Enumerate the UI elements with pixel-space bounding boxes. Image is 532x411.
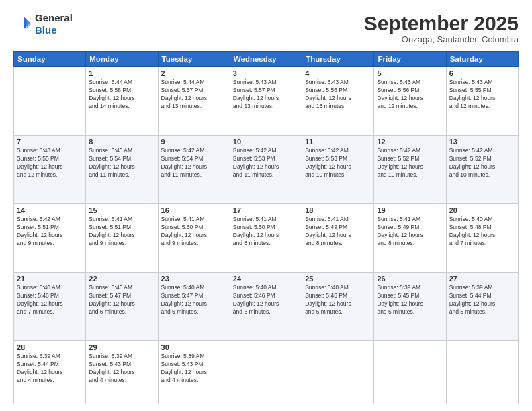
- calendar-cell: 18Sunrise: 5:41 AM Sunset: 5:49 PM Dayli…: [302, 203, 374, 272]
- day-number: 2: [161, 69, 227, 77]
- logo-text-general: General: [35, 12, 73, 24]
- day-number: 22: [89, 275, 154, 283]
- day-number: 5: [377, 69, 443, 77]
- col-header-saturday: Saturday: [446, 52, 518, 67]
- calendar-cell: [230, 340, 302, 404]
- calendar-cell: [14, 67, 86, 136]
- calendar-cell: 9Sunrise: 5:42 AM Sunset: 5:54 PM Daylig…: [158, 135, 230, 203]
- calendar-cell: 26Sunrise: 5:39 AM Sunset: 5:45 PM Dayli…: [374, 272, 446, 340]
- day-number: 9: [161, 138, 227, 146]
- calendar-cell: 24Sunrise: 5:40 AM Sunset: 5:46 PM Dayli…: [230, 272, 302, 340]
- logo-text-blue: Blue: [35, 24, 73, 36]
- day-info: Sunrise: 5:40 AM Sunset: 5:46 PM Dayligh…: [305, 284, 371, 316]
- calendar-cell: 16Sunrise: 5:41 AM Sunset: 5:50 PM Dayli…: [158, 203, 230, 272]
- calendar-cell: [374, 340, 446, 404]
- day-number: 15: [89, 206, 154, 214]
- day-info: Sunrise: 5:40 AM Sunset: 5:47 PM Dayligh…: [161, 284, 227, 316]
- day-info: Sunrise: 5:41 AM Sunset: 5:50 PM Dayligh…: [161, 216, 227, 248]
- day-info: Sunrise: 5:43 AM Sunset: 5:57 PM Dayligh…: [233, 79, 299, 111]
- day-number: 18: [305, 206, 371, 214]
- day-info: Sunrise: 5:42 AM Sunset: 5:54 PM Dayligh…: [161, 147, 227, 179]
- day-info: Sunrise: 5:44 AM Sunset: 5:57 PM Dayligh…: [161, 79, 227, 111]
- day-info: Sunrise: 5:40 AM Sunset: 5:46 PM Dayligh…: [233, 284, 299, 316]
- day-number: 26: [377, 275, 443, 283]
- day-info: Sunrise: 5:43 AM Sunset: 5:55 PM Dayligh…: [17, 147, 83, 179]
- col-header-sunday: Sunday: [14, 52, 86, 67]
- calendar-cell: 22Sunrise: 5:40 AM Sunset: 5:47 PM Dayli…: [86, 272, 158, 340]
- calendar-cell: 2Sunrise: 5:44 AM Sunset: 5:57 PM Daylig…: [158, 67, 230, 136]
- logo-icon: [13, 15, 32, 34]
- col-header-monday: Monday: [86, 52, 158, 67]
- day-number: 30: [161, 343, 227, 351]
- day-number: 24: [233, 275, 299, 283]
- day-number: 20: [449, 206, 515, 214]
- day-number: 23: [161, 275, 227, 283]
- calendar-cell: 6Sunrise: 5:43 AM Sunset: 5:55 PM Daylig…: [446, 67, 518, 136]
- day-number: 13: [449, 138, 515, 146]
- calendar-week-row: 7Sunrise: 5:43 AM Sunset: 5:55 PM Daylig…: [14, 135, 519, 203]
- day-info: Sunrise: 5:39 AM Sunset: 5:44 PM Dayligh…: [449, 284, 515, 316]
- calendar-week-row: 1Sunrise: 5:44 AM Sunset: 5:58 PM Daylig…: [14, 67, 519, 136]
- day-number: 21: [17, 275, 83, 283]
- day-number: 11: [305, 138, 371, 146]
- calendar-cell: 3Sunrise: 5:43 AM Sunset: 5:57 PM Daylig…: [230, 67, 302, 136]
- title-block: September 2025 Onzaga, Santander, Colomb…: [364, 12, 519, 44]
- day-info: Sunrise: 5:43 AM Sunset: 5:55 PM Dayligh…: [449, 79, 515, 111]
- calendar-cell: 20Sunrise: 5:40 AM Sunset: 5:48 PM Dayli…: [446, 203, 518, 272]
- location-subtitle: Onzaga, Santander, Colombia: [364, 34, 519, 44]
- calendar-cell: 29Sunrise: 5:39 AM Sunset: 5:43 PM Dayli…: [86, 340, 158, 404]
- day-info: Sunrise: 5:43 AM Sunset: 5:54 PM Dayligh…: [89, 147, 154, 179]
- day-info: Sunrise: 5:43 AM Sunset: 5:56 PM Dayligh…: [377, 79, 443, 111]
- calendar-cell: 28Sunrise: 5:39 AM Sunset: 5:44 PM Dayli…: [14, 340, 86, 404]
- day-info: Sunrise: 5:39 AM Sunset: 5:43 PM Dayligh…: [161, 353, 227, 385]
- col-header-tuesday: Tuesday: [158, 52, 230, 67]
- calendar-week-row: 14Sunrise: 5:42 AM Sunset: 5:51 PM Dayli…: [14, 203, 519, 272]
- day-info: Sunrise: 5:40 AM Sunset: 5:48 PM Dayligh…: [17, 284, 83, 316]
- day-number: 14: [17, 206, 83, 214]
- day-number: 17: [233, 206, 299, 214]
- day-info: Sunrise: 5:42 AM Sunset: 5:53 PM Dayligh…: [233, 147, 299, 179]
- day-number: 29: [89, 343, 154, 351]
- calendar-cell: 30Sunrise: 5:39 AM Sunset: 5:43 PM Dayli…: [158, 340, 230, 404]
- calendar-cell: [446, 340, 518, 404]
- day-info: Sunrise: 5:41 AM Sunset: 5:50 PM Dayligh…: [233, 216, 299, 248]
- calendar-cell: 14Sunrise: 5:42 AM Sunset: 5:51 PM Dayli…: [14, 203, 86, 272]
- calendar-header-row: SundayMondayTuesdayWednesdayThursdayFrid…: [14, 52, 519, 67]
- calendar-cell: 15Sunrise: 5:41 AM Sunset: 5:51 PM Dayli…: [86, 203, 158, 272]
- day-info: Sunrise: 5:40 AM Sunset: 5:48 PM Dayligh…: [449, 216, 515, 248]
- calendar-week-row: 21Sunrise: 5:40 AM Sunset: 5:48 PM Dayli…: [14, 272, 519, 340]
- day-number: 27: [449, 275, 515, 283]
- calendar-cell: 27Sunrise: 5:39 AM Sunset: 5:44 PM Dayli…: [446, 272, 518, 340]
- day-number: 1: [89, 69, 154, 77]
- day-info: Sunrise: 5:41 AM Sunset: 5:51 PM Dayligh…: [89, 216, 154, 248]
- day-number: 3: [233, 69, 299, 77]
- day-number: 6: [449, 69, 515, 77]
- day-info: Sunrise: 5:41 AM Sunset: 5:49 PM Dayligh…: [377, 216, 443, 248]
- day-info: Sunrise: 5:41 AM Sunset: 5:49 PM Dayligh…: [305, 216, 371, 248]
- svg-marker-1: [26, 19, 31, 29]
- day-info: Sunrise: 5:39 AM Sunset: 5:45 PM Dayligh…: [377, 284, 443, 316]
- calendar-cell: 17Sunrise: 5:41 AM Sunset: 5:50 PM Dayli…: [230, 203, 302, 272]
- calendar-cell: 12Sunrise: 5:42 AM Sunset: 5:52 PM Dayli…: [374, 135, 446, 203]
- calendar-cell: 11Sunrise: 5:42 AM Sunset: 5:53 PM Dayli…: [302, 135, 374, 203]
- calendar-week-row: 28Sunrise: 5:39 AM Sunset: 5:44 PM Dayli…: [14, 340, 519, 404]
- calendar-table: SundayMondayTuesdayWednesdayThursdayFrid…: [13, 51, 519, 404]
- calendar-cell: 1Sunrise: 5:44 AM Sunset: 5:58 PM Daylig…: [86, 67, 158, 136]
- day-info: Sunrise: 5:42 AM Sunset: 5:53 PM Dayligh…: [305, 147, 371, 179]
- calendar-cell: 13Sunrise: 5:42 AM Sunset: 5:52 PM Dayli…: [446, 135, 518, 203]
- day-info: Sunrise: 5:44 AM Sunset: 5:58 PM Dayligh…: [89, 79, 154, 111]
- month-title: September 2025: [364, 12, 519, 34]
- day-info: Sunrise: 5:39 AM Sunset: 5:43 PM Dayligh…: [89, 353, 154, 385]
- day-number: 16: [161, 206, 227, 214]
- col-header-thursday: Thursday: [302, 52, 374, 67]
- calendar-cell: 4Sunrise: 5:43 AM Sunset: 5:56 PM Daylig…: [302, 67, 374, 136]
- day-number: 19: [377, 206, 443, 214]
- day-info: Sunrise: 5:43 AM Sunset: 5:56 PM Dayligh…: [305, 79, 371, 111]
- day-number: 28: [17, 343, 83, 351]
- day-number: 12: [377, 138, 443, 146]
- col-header-wednesday: Wednesday: [230, 52, 302, 67]
- day-number: 4: [305, 69, 371, 77]
- calendar-cell: 8Sunrise: 5:43 AM Sunset: 5:54 PM Daylig…: [86, 135, 158, 203]
- calendar-cell: 23Sunrise: 5:40 AM Sunset: 5:47 PM Dayli…: [158, 272, 230, 340]
- logo: General Blue: [13, 12, 73, 36]
